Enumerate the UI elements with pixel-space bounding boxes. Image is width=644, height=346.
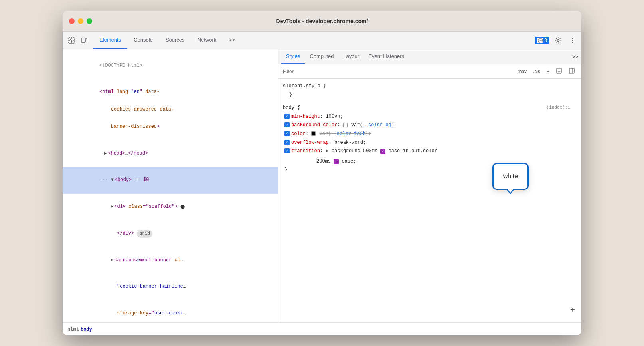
cls-button[interactable]: .cls [531,68,542,75]
html-ann-line3[interactable]: storage-key="user-cooki… [63,300,278,322]
css-overflow-wrap-row: overflow-wrap: break-word; [283,139,577,147]
tab-layout[interactable]: Layout [338,49,363,64]
devtools-tabs: Elements Console Sources Network >> [93,32,241,49]
css-background-color-row: background-color: var(--color-bg) [283,121,577,130]
toolbar-right: 💬 3 [535,35,578,46]
devtools-window: DevTools - developer.chrome.com/ [63,11,581,335]
main-content: <!DOCTYPE html> <html lang="en" data- co… [63,49,581,322]
inspect-icon[interactable] [66,35,77,46]
tab-elements[interactable]: Elements [93,32,127,49]
styles-tabs: Styles Computed Layout Event Listeners >… [278,49,581,64]
issues-badge[interactable]: 💬 3 [535,37,549,44]
body-rule: body { (index):1 min-height: 100vh; [283,104,577,175]
styles-panel: Styles Computed Layout Event Listeners >… [278,49,581,322]
color-popup: white [492,163,529,190]
svg-rect-13 [557,68,561,73]
tab-styles[interactable]: Styles [281,49,305,64]
transition-ease-checkbox[interactable] [380,149,385,154]
html-ann-line2[interactable]: "cookie-banner hairline… [63,274,278,300]
filter-bar: :hov .cls + [278,64,581,79]
transition-ease2-checkbox[interactable] [334,159,339,164]
close-button[interactable] [69,18,75,24]
tab-event-listeners[interactable]: Event Listeners [363,49,409,64]
color-swatch-bg[interactable] [343,123,348,127]
svg-rect-16 [569,68,574,73]
html-ann-line1[interactable]: ▶<announcement-banner cl… [63,247,278,274]
min-height-checkbox[interactable] [284,114,290,119]
color-swatch-text[interactable] [311,131,316,136]
element-style-rule: element.style { } [283,82,577,99]
color-checkbox[interactable] [284,131,290,136]
svg-point-11 [572,40,573,41]
html-head-line[interactable]: ▶<head>…</head> [63,140,278,167]
css-min-height-row: min-height: 100vh; [283,113,577,121]
transition-checkbox[interactable] [284,148,290,153]
tab-console[interactable]: Console [127,32,159,49]
css-color-row: color: var(--color-text); [283,130,577,139]
title-bar: DevTools - developer.chrome.com/ [63,11,581,32]
svg-rect-6 [85,39,87,42]
more-options-icon[interactable] [567,35,578,46]
device-toolbar-icon[interactable] [79,35,90,46]
toggle-sidebar-button[interactable] [567,67,577,76]
transition-expand-icon[interactable]: ▶ [326,148,328,154]
traffic-lights [69,18,92,24]
css-transition-row: transition: ▶ background 500ms ease-in-o… [283,147,577,166]
html-tag-line[interactable]: <html lang="en" data- cookies-answered d… [63,79,278,140]
tab-more[interactable]: >> [223,32,241,49]
elements-panel[interactable]: <!DOCTYPE html> <html lang="en" data- co… [63,49,278,322]
background-color-checkbox[interactable] [284,122,290,127]
breadcrumb: html body [63,322,581,335]
breadcrumb-html[interactable]: html [67,326,79,332]
tab-computed[interactable]: Computed [305,49,338,64]
svg-point-9 [557,39,559,41]
svg-point-12 [572,42,573,43]
hov-button[interactable]: :hov [516,68,528,75]
svg-rect-5 [82,38,85,43]
add-style-button[interactable]: + [545,68,551,75]
window-title: DevTools - developer.chrome.com/ [276,18,368,24]
maximize-button[interactable] [87,18,92,24]
svg-point-10 [572,38,573,39]
filter-actions: :hov .cls + [516,67,577,76]
html-doctype-line: <!DOCTYPE html> [63,52,278,79]
add-style-rule-button[interactable] [554,67,564,76]
element-style-selector: element.style { [283,82,577,91]
tab-network[interactable]: Network [191,32,223,49]
css-content[interactable]: element.style { } body { (index):1 [278,79,581,322]
overflow-wrap-checkbox[interactable] [284,140,290,145]
body-selector[interactable]: body { [283,104,300,113]
minimize-button[interactable] [78,18,83,24]
settings-icon[interactable] [553,35,564,46]
html-div-close-line[interactable]: </div> grid [63,220,278,247]
breadcrumb-body[interactable]: body [81,326,92,332]
styles-more-icon[interactable]: >> [572,54,578,60]
html-div-scaffold-line[interactable]: ▶<div class="scaffold"> ⬤ [63,194,278,221]
devtools-panel: Elements Console Sources Network >> [63,32,581,335]
html-body-line[interactable]: ··· ▼<body> == $0 [63,167,278,194]
filter-input[interactable] [283,69,513,74]
color-popup-text: white [503,173,518,179]
add-rule-button[interactable]: + [570,303,575,318]
tab-sources[interactable]: Sources [159,32,191,49]
source-link[interactable]: (index):1 [547,104,570,112]
top-toolbar: Elements Console Sources Network >> [63,32,581,49]
svg-text:💬: 💬 [538,38,543,43]
